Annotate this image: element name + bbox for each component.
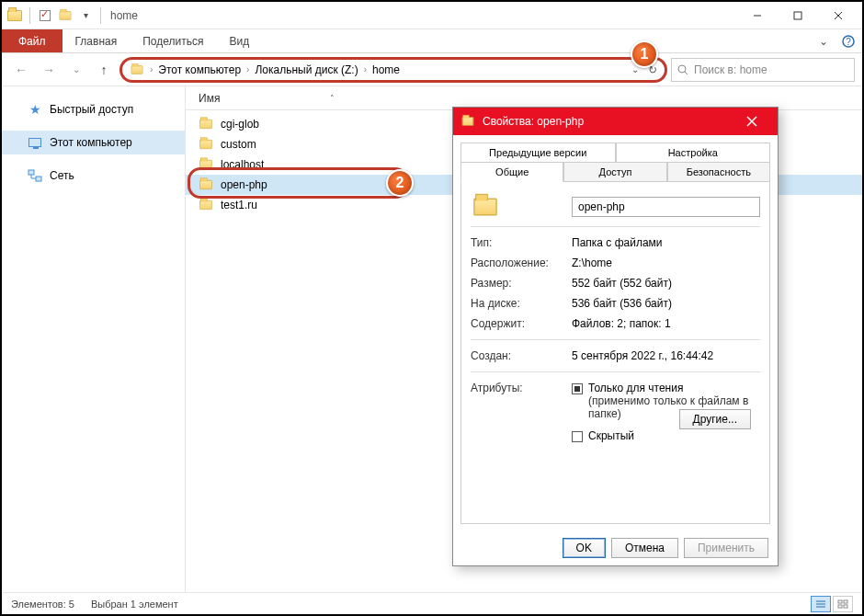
chevron-right-icon[interactable]: › (244, 64, 251, 74)
sidebar-item-network[interactable]: Сеть (2, 164, 185, 188)
address-bar[interactable]: › Этот компьютер › Локальный диск (Z:) ›… (119, 57, 667, 83)
search-placeholder: Поиск в: home (694, 63, 767, 76)
computer-icon (28, 135, 42, 150)
qat-new-folder-icon[interactable] (56, 6, 74, 25)
label-size-on-disk: На диске: (471, 297, 572, 310)
sidebar-item-label: Быстрый доступ (50, 103, 133, 116)
tab-previous-versions[interactable]: Предыдущие версии (460, 143, 616, 162)
folder-large-icon (471, 197, 572, 217)
ribbon-expand-caret[interactable]: ⌄ (813, 29, 835, 52)
folder-icon (199, 200, 212, 210)
sort-indicator-icon: ˄ (330, 94, 335, 103)
status-bar: Элементов: 5 Выбран 1 элемент (2, 592, 862, 614)
view-large-icons-button[interactable] (833, 596, 853, 612)
search-input[interactable]: Поиск в: home (671, 58, 855, 82)
svg-rect-9 (36, 177, 41, 181)
svg-text:?: ? (846, 37, 851, 47)
svg-rect-15 (838, 600, 842, 603)
sidebar-item-quick-access[interactable]: ★ Быстрый доступ (2, 97, 185, 121)
titlebar: ▾ home (2, 2, 862, 29)
label-location: Расположение: (471, 257, 572, 269)
advanced-attributes-button[interactable]: Другие... (679, 409, 751, 429)
qat-properties-checkbox[interactable] (36, 6, 54, 25)
value-size-on-disk: 536 байт (536 байт) (572, 297, 760, 310)
tab-file[interactable]: Файл (2, 29, 63, 52)
cancel-button[interactable]: Отмена (611, 538, 678, 558)
star-icon: ★ (28, 102, 42, 117)
label-attributes: Атрибуты: (471, 382, 572, 394)
chevron-right-icon[interactable]: › (362, 64, 369, 74)
status-count: Элементов: 5 (11, 599, 74, 610)
quick-access-toolbar: ▾ (6, 6, 105, 25)
tab-security[interactable]: Безопасность (667, 162, 770, 182)
up-button[interactable]: ↑ (92, 58, 116, 82)
tab-home[interactable]: Главная (63, 29, 131, 52)
value-contains: Файлов: 2; папок: 1 (572, 317, 760, 330)
navigation-bar: ← → ⌄ ↑ › Этот компьютер › Локальный дис… (2, 53, 862, 86)
breadcrumb[interactable]: Локальный диск (Z:) (251, 63, 361, 76)
view-details-button[interactable] (811, 596, 831, 612)
value-created: 5 сентября 2022 г., 16:44:42 (572, 349, 760, 362)
breadcrumb[interactable]: Этот компьютер (154, 63, 244, 76)
folder-icon (199, 120, 212, 129)
tab-general[interactable]: Общие (460, 162, 563, 182)
app-folder-icon (6, 6, 24, 25)
breadcrumb[interactable]: home (369, 63, 404, 76)
ok-button[interactable]: OK (563, 538, 606, 558)
folder-icon (199, 180, 212, 189)
divider (100, 7, 101, 24)
sidebar-item-label: Сеть (50, 169, 74, 182)
dialog-close-button[interactable] (733, 108, 770, 135)
svg-rect-18 (844, 605, 847, 608)
qat-customize-caret[interactable]: ▾ (76, 6, 95, 25)
maximize-button[interactable] (778, 3, 818, 29)
folder-icon (199, 140, 212, 149)
tab-panel-general: Тип:Папка с файлами Расположение:Z:\home… (460, 182, 770, 524)
label-created: Создан: (471, 349, 572, 362)
sidebar-item-label: Этот компьютер (50, 136, 132, 149)
close-button[interactable] (818, 3, 858, 29)
label-type: Тип: (471, 236, 572, 249)
forward-button[interactable]: → (37, 58, 61, 82)
tab-customize[interactable]: Настройка (616, 143, 771, 162)
apply-button[interactable]: Применить (684, 538, 768, 558)
network-icon (28, 168, 42, 183)
tab-sharing[interactable]: Доступ (563, 162, 666, 182)
label-size: Размер: (471, 277, 572, 290)
svg-rect-8 (28, 170, 34, 175)
value-type: Папка с файлами (572, 236, 760, 249)
window-title: home (110, 9, 138, 22)
folder-name-input[interactable] (572, 197, 760, 217)
ribbon-tabs: Файл Главная Поделиться Вид ⌄ ? (2, 29, 862, 53)
callout-badge-2: 2 (386, 169, 414, 197)
svg-rect-17 (838, 605, 842, 608)
recent-locations-caret[interactable]: ⌄ (64, 58, 88, 82)
back-button[interactable]: ← (9, 58, 33, 82)
svg-rect-16 (844, 600, 847, 603)
tab-share[interactable]: Поделиться (130, 29, 216, 52)
folder-icon (199, 160, 212, 169)
value-size: 552 байт (552 байт) (572, 277, 760, 290)
readonly-checkbox[interactable]: Только для чтения (572, 382, 760, 394)
help-icon[interactable]: ? (835, 29, 862, 52)
callout-badge-1: 1 (631, 40, 658, 68)
properties-dialog: Свойства: open-php Предыдущие версии Нас… (452, 107, 779, 566)
tab-view[interactable]: Вид (216, 29, 262, 52)
minimize-button[interactable] (737, 3, 778, 29)
dialog-title: Свойства: open-php (483, 115, 584, 128)
folder-icon (462, 117, 474, 126)
label-contains: Содержит: (471, 317, 572, 330)
search-icon (677, 64, 688, 75)
value-location: Z:\home (572, 257, 760, 269)
hidden-checkbox[interactable]: Скрытый (572, 429, 760, 442)
divider (29, 7, 30, 24)
svg-point-6 (678, 65, 686, 73)
svg-line-7 (685, 72, 688, 74)
dialog-titlebar[interactable]: Свойства: open-php (453, 108, 778, 135)
status-selected: Выбран 1 элемент (91, 599, 178, 610)
svg-rect-1 (794, 12, 801, 19)
chevron-right-icon[interactable]: › (148, 64, 154, 74)
navigation-pane: ★ Быстрый доступ Этот компьютер Сеть (2, 86, 186, 592)
sidebar-item-this-pc[interactable]: Этот компьютер (2, 131, 185, 154)
